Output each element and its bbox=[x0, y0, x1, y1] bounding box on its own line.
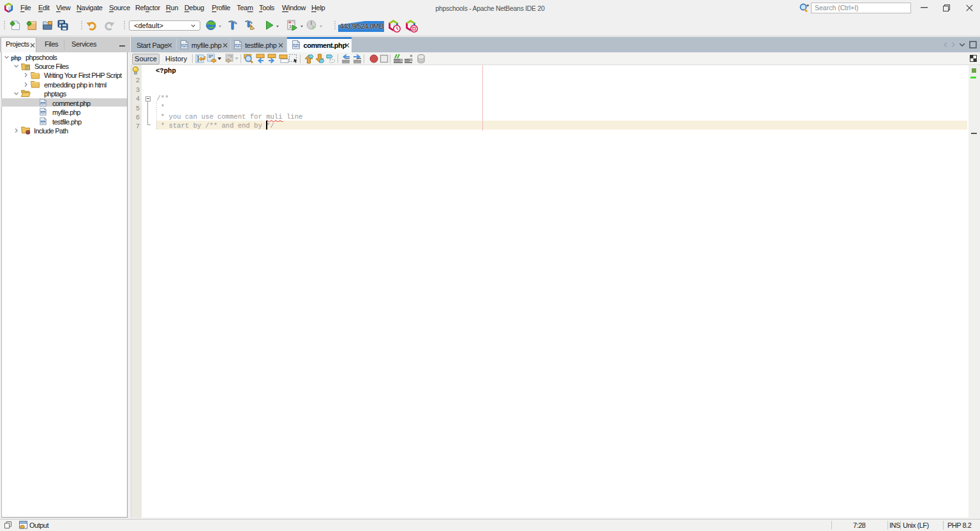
svg-text:php: php bbox=[11, 54, 22, 61]
svg-text:php: php bbox=[41, 112, 46, 114]
svg-text:php: php bbox=[41, 121, 46, 124]
svg-text:php: php bbox=[41, 103, 46, 105]
svg-text:php: php bbox=[182, 44, 187, 47]
svg-text:php: php bbox=[235, 44, 241, 47]
svg-text:3: 3 bbox=[289, 24, 292, 29]
svg-text:php: php bbox=[293, 44, 299, 47]
